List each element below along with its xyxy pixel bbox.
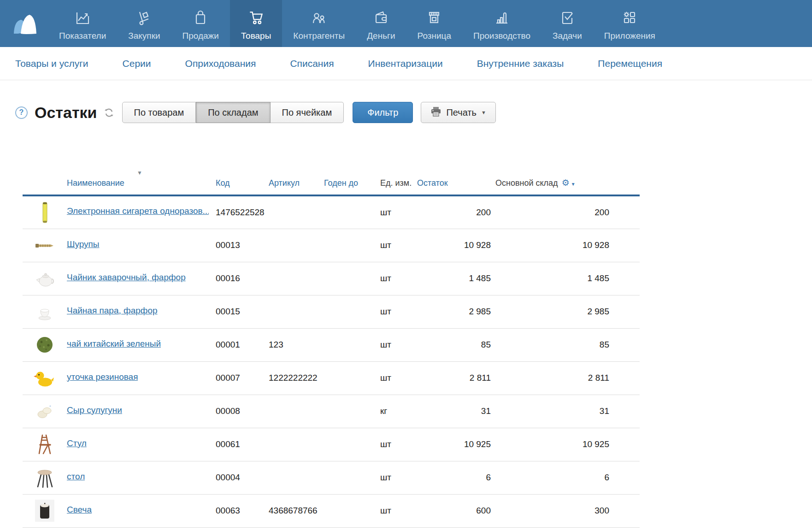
article-cell bbox=[265, 461, 320, 494]
unit-cell: кг bbox=[364, 395, 417, 428]
code-cell: 00004 bbox=[212, 461, 265, 494]
candle-photo bbox=[23, 494, 67, 527]
article-cell bbox=[265, 428, 320, 461]
cheese-photo bbox=[23, 395, 67, 428]
refresh-icon[interactable] bbox=[104, 107, 114, 118]
screws-photo bbox=[23, 229, 67, 262]
teacup-photo bbox=[23, 295, 67, 328]
toggle-by-warehouses[interactable]: По складам bbox=[196, 102, 270, 123]
code-cell: 00015 bbox=[212, 295, 265, 328]
expires-cell bbox=[320, 195, 364, 229]
table-row: Чайная пара, фарфор 00015 шт 2 985 2 985 bbox=[23, 295, 640, 328]
sub-nav-receivings[interactable]: Оприходования bbox=[185, 58, 256, 69]
main-warehouse-cell: 31 bbox=[495, 395, 640, 428]
top-nav-item-tasks[interactable]: Задачи bbox=[541, 0, 593, 47]
purchases-icon bbox=[135, 7, 153, 27]
column-settings-gear-icon[interactable]: ⚙ bbox=[562, 178, 570, 188]
top-nav-item-retail[interactable]: Розница bbox=[406, 0, 462, 47]
top-nav-item-counterparties[interactable]: Контрагенты bbox=[282, 0, 356, 47]
sub-nav-series[interactable]: Серии bbox=[123, 58, 151, 69]
article-cell bbox=[265, 195, 320, 229]
sub-nav-inventories[interactable]: Инвентаризации bbox=[368, 58, 443, 69]
column-article-sort-link[interactable]: Артикул bbox=[269, 178, 300, 188]
product-link[interactable]: Чайная пара, фарфор bbox=[67, 306, 158, 316]
top-nav-label: Продажи bbox=[182, 31, 219, 41]
table-row: Электронная сигарета одноразов... 147652… bbox=[23, 195, 640, 229]
toggle-by-products[interactable]: По товарам bbox=[122, 102, 196, 123]
sort-descending-icon: ▼ bbox=[137, 170, 142, 176]
print-button[interactable]: Печать ▼ bbox=[421, 102, 495, 123]
expires-cell bbox=[320, 295, 364, 328]
article-cell: 4368678766 bbox=[265, 494, 320, 527]
column-code-sort-link[interactable]: Код bbox=[216, 178, 230, 188]
stool-photo bbox=[23, 461, 67, 494]
top-nav-item-purchases[interactable]: Закупки bbox=[117, 0, 171, 47]
top-nav-item-money[interactable]: Деньги bbox=[356, 0, 406, 47]
toggle-by-cells[interactable]: По ячейкам bbox=[271, 102, 344, 123]
column-stock-sort-link[interactable]: Остаток bbox=[417, 178, 448, 188]
sub-nav-writeoffs[interactable]: Списания bbox=[290, 58, 334, 69]
top-nav-item-indicators[interactable]: Показатели bbox=[48, 0, 117, 47]
filter-button[interactable]: Фильтр bbox=[353, 102, 413, 123]
expires-cell bbox=[320, 328, 364, 361]
top-nav-label: Закупки bbox=[128, 31, 160, 41]
unit-cell: шт bbox=[364, 229, 417, 262]
product-link[interactable]: Стул bbox=[67, 438, 87, 448]
top-nav-label: Розница bbox=[418, 31, 451, 41]
top-nav-item-goods[interactable]: Товары bbox=[230, 0, 282, 47]
article-cell: 1222222222 bbox=[265, 361, 320, 395]
chart-icon bbox=[73, 7, 92, 27]
retail-icon bbox=[425, 7, 443, 27]
table-row: Шурупы 00013 шт 10 928 10 928 bbox=[23, 229, 640, 262]
table-row: Чайник заварочный, фарфор 00016 шт 1 485… bbox=[23, 262, 640, 295]
code-cell: 00007 bbox=[212, 361, 265, 395]
sub-nav-internal-orders[interactable]: Внутренние заказы bbox=[477, 58, 564, 69]
top-nav-item-apps[interactable]: Приложения bbox=[593, 0, 666, 47]
unit-cell: шт bbox=[364, 262, 417, 295]
top-nav-item-sales[interactable]: Продажи bbox=[171, 0, 230, 47]
table-row: Свеча 00063 4368678766 шт 600 300 bbox=[23, 494, 640, 527]
main-warehouse-cell: 2 985 bbox=[495, 295, 640, 328]
printer-icon bbox=[430, 106, 441, 119]
product-link[interactable]: уточка резиновая bbox=[67, 372, 138, 382]
main-warehouse-cell: 6 bbox=[495, 461, 640, 494]
article-cell: 123 bbox=[265, 328, 320, 361]
column-name-sort-link[interactable]: Наименование bbox=[67, 178, 124, 188]
column-expires-sort-link[interactable]: Годен до bbox=[324, 178, 358, 188]
help-icon[interactable]: ? bbox=[15, 106, 28, 119]
expires-cell bbox=[320, 461, 364, 494]
column-name: Наименование ▼ bbox=[67, 155, 212, 195]
page-toolbar: ? Остатки По товарам По складам По ячейк… bbox=[15, 101, 812, 124]
table-row: Сыр сулугуни 00008 кг 31 31 bbox=[23, 395, 640, 428]
sub-nav-transfers[interactable]: Перемещения bbox=[598, 58, 662, 69]
code-cell: 00008 bbox=[212, 395, 265, 428]
money-icon bbox=[372, 7, 390, 27]
expires-cell bbox=[320, 494, 364, 527]
moysklad-logo-icon bbox=[8, 7, 40, 40]
product-link[interactable]: Чайник заварочный, фарфор bbox=[67, 272, 186, 283]
article-cell bbox=[265, 295, 320, 328]
top-nav-label: Контрагенты bbox=[293, 31, 345, 41]
sub-nav-goods-services[interactable]: Товары и услуги bbox=[15, 58, 88, 69]
stock-cell: 2 811 bbox=[417, 361, 495, 395]
stock-cell: 600 bbox=[417, 494, 495, 527]
top-nav-item-production[interactable]: Производство bbox=[462, 0, 541, 47]
code-cell: 00063 bbox=[212, 494, 265, 527]
table-row: уточка резиновая 00007 1222222222 шт 2 8… bbox=[23, 361, 640, 395]
product-link[interactable]: Шурупы bbox=[67, 239, 100, 249]
rubber-duck-photo bbox=[23, 361, 67, 395]
stock-cell: 2 985 bbox=[417, 295, 495, 328]
stock-cell: 10 925 bbox=[417, 428, 495, 461]
product-link[interactable]: стол bbox=[67, 472, 85, 482]
unit-cell: шт bbox=[364, 328, 417, 361]
app-logo[interactable] bbox=[0, 0, 48, 47]
product-link[interactable]: Электронная сигарета одноразов... bbox=[67, 206, 209, 216]
product-link[interactable]: Сыр сулугуни bbox=[67, 405, 122, 415]
expires-cell bbox=[320, 395, 364, 428]
expires-cell bbox=[320, 361, 364, 395]
green-tea-photo bbox=[23, 328, 67, 361]
column-settings-caret-icon[interactable]: ▼ bbox=[571, 182, 576, 187]
product-link[interactable]: Свеча bbox=[67, 505, 92, 515]
chair-photo bbox=[23, 428, 67, 461]
product-link[interactable]: чай китайский зеленый bbox=[67, 339, 161, 349]
